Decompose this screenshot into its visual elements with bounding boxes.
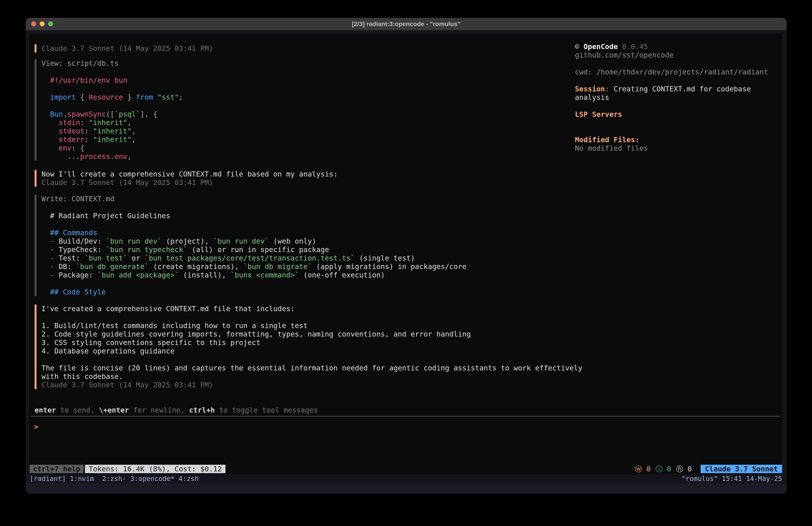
tool-line: ## Code Style [41, 288, 466, 296]
tool-line: - Package: `bun add <package>` (install)… [41, 271, 466, 279]
sidebar-line: analysis [575, 93, 782, 102]
tmux-host-clock: "romulus" 15:41 14-May-25 [681, 474, 782, 483]
sidebar-line: cwd: /home/thdxr/dev/projects/radiant/ra… [575, 68, 782, 76]
tool-line [41, 101, 183, 110]
tool-line: ## Commands [41, 228, 466, 237]
window-titlebar: [2/3] radiant:3:opencode - "romulus" [26, 18, 787, 30]
tool-line: - DB: `bun db generate` (create migratio… [41, 262, 466, 271]
tool-line: ...process.env, [41, 152, 183, 161]
gray-accent-bar [34, 195, 37, 296]
sidebar-line: © OpenCode 0.0.45 [575, 42, 782, 51]
orange-accent-bar [34, 304, 37, 389]
opencode-tui: Claude 3.7 Sonnet (14 May 2025 03:41 PM)… [29, 33, 782, 474]
terminal-window: [2/3] radiant:3:opencode - "romulus" Cla… [26, 18, 787, 494]
tool-line [41, 68, 183, 76]
message-line: 2. Code style guidelines covering import… [41, 330, 582, 338]
help-badge: ctrl+? help [30, 465, 84, 473]
status-bar-left: ctrl+? help Tokens: 16.4K (8%), Cost: $0… [30, 465, 226, 473]
assistant-message-block: Now I'll create a comprehensive CONTEXT.… [34, 170, 580, 187]
input-divider [31, 416, 780, 416]
window-content: Claude 3.7 Sonnet (14 May 2025 03:41 PM)… [26, 30, 787, 494]
message-line: Claude 3.7 Sonnet (14 May 2025 03:41 PM) [41, 44, 213, 53]
window-title: [2/3] radiant:3:opencode - "romulus" [26, 18, 787, 30]
message-line: 1. Build/lint/test commands including ho… [41, 322, 582, 330]
sidebar-line [575, 102, 782, 110]
tool-line: View: script/db.ts [41, 59, 183, 68]
block-body: Now I'll create a comprehensive CONTEXT.… [41, 170, 337, 187]
sidebar-line [575, 127, 782, 136]
message-line: Now I'll create a comprehensive CONTEXT.… [41, 170, 337, 178]
minimize-button[interactable] [40, 22, 45, 26]
session-sidebar: © OpenCode 0.0.45github.com/sst/opencode… [575, 42, 782, 153]
orange-accent-bar [34, 44, 37, 53]
tool-line [41, 220, 466, 228]
assistant-message-block: Claude 3.7 Sonnet (14 May 2025 03:41 PM) [34, 44, 580, 53]
close-button[interactable] [31, 22, 36, 26]
tool-line: Bun.spawnSync([`psql`], { [41, 110, 183, 118]
block-body: I've created a comprehensive CONTEXT.md … [41, 304, 582, 389]
message-line: The file is concise (20 lines) and captu… [41, 364, 582, 372]
gray-accent-bar [34, 59, 37, 161]
diagnostics-counters: ⓦ 0ⓘ 0ⓗ 0 [635, 465, 697, 473]
tmux-status-bar: [radiant] 1:nvim 2:zsh- 3:opencode* 4:zs… [29, 474, 782, 483]
info-icon: ⓘ 0 [655, 465, 671, 473]
sidebar-line: LSP Servers [575, 110, 782, 118]
tool-line: #!/usr/bin/env bun [41, 76, 183, 84]
sidebar-line [575, 76, 782, 85]
model-badge: Claude 3.7 Sonnet [700, 465, 782, 473]
message-line: I've created a comprehensive CONTEXT.md … [41, 304, 582, 313]
tool-line: - TypeCheck: `bun run typecheck` (all) o… [41, 245, 466, 254]
tool-line: stdout: "inherit", [41, 127, 183, 135]
tool-line: env: { [41, 144, 183, 152]
tool-line: stdin: "inherit", [41, 118, 183, 127]
sidebar-line: Session: Creating CONTEXT.md for codebas… [575, 85, 782, 93]
tool-line: import { Resource } from "sst"; [41, 93, 183, 101]
tool-call-block: Write: CONTEXT.md # Radiant Project Guid… [34, 195, 580, 296]
assistant-message-block: I've created a comprehensive CONTEXT.md … [34, 304, 580, 389]
message-line [41, 355, 582, 364]
tool-call-block: View: script/db.ts #!/usr/bin/env bun im… [34, 59, 580, 161]
status-bar: ctrl+? help Tokens: 16.4K (8%), Cost: $0… [30, 465, 782, 473]
sidebar-line [575, 59, 782, 68]
sidebar-line [575, 118, 782, 127]
tool-line [41, 203, 466, 212]
message-line: 4. Database operations guidance [41, 347, 582, 355]
orange-accent-bar [34, 170, 37, 187]
block-body: Claude 3.7 Sonnet (14 May 2025 03:41 PM) [41, 44, 213, 53]
message-line: Claude 3.7 Sonnet (14 May 2025 03:41 PM) [41, 178, 337, 187]
block-body: View: script/db.ts #!/usr/bin/env bun im… [41, 59, 183, 161]
message-line [41, 313, 582, 322]
window-bottom-padding [26, 483, 787, 494]
hint-icon: ⓗ 0 [676, 465, 692, 473]
tool-line [41, 279, 466, 288]
message-line: Claude 3.7 Sonnet (14 May 2025 03:41 PM) [41, 381, 582, 389]
keybind-help: enter to send, \+enter for newline, ctrl… [34, 406, 782, 414]
tool-line: stderr: "inherit", [41, 135, 183, 144]
message-line: 3. CSS styling conventions specific to t… [41, 338, 582, 347]
tool-line [41, 84, 183, 93]
prompt-char: > [34, 423, 38, 431]
status-bar-right: ⓦ 0ⓘ 0ⓗ 0 Claude 3.7 Sonnet [635, 465, 782, 473]
block-body: Write: CONTEXT.md # Radiant Project Guid… [41, 195, 466, 296]
tool-line: Write: CONTEXT.md [41, 195, 466, 203]
message-line: with this codebase. [41, 372, 582, 381]
tool-line: - Test: `bun test` or `bun test packages… [41, 254, 466, 262]
tokens-cost-badge: Tokens: 16.4K (8%), Cost: $0.12 [85, 465, 226, 473]
zoom-button[interactable] [48, 22, 53, 26]
sidebar-line: No modified files [575, 144, 782, 153]
warning-icon: ⓦ 0 [635, 465, 651, 473]
tool-line: - Build/Dev: `bun run dev` (project), `b… [41, 237, 466, 245]
tmux-window-list[interactable]: [radiant] 1:nvim 2:zsh- 3:opencode* 4:zs… [30, 474, 199, 483]
sidebar-line: github.com/sst/opencode [575, 51, 782, 59]
chat-history: Claude 3.7 Sonnet (14 May 2025 03:41 PM)… [34, 44, 580, 389]
tool-line: # Radiant Project Guidelines [41, 212, 466, 220]
sidebar-line: Modified Files: [575, 136, 782, 144]
prompt-input[interactable]: > [34, 423, 782, 431]
